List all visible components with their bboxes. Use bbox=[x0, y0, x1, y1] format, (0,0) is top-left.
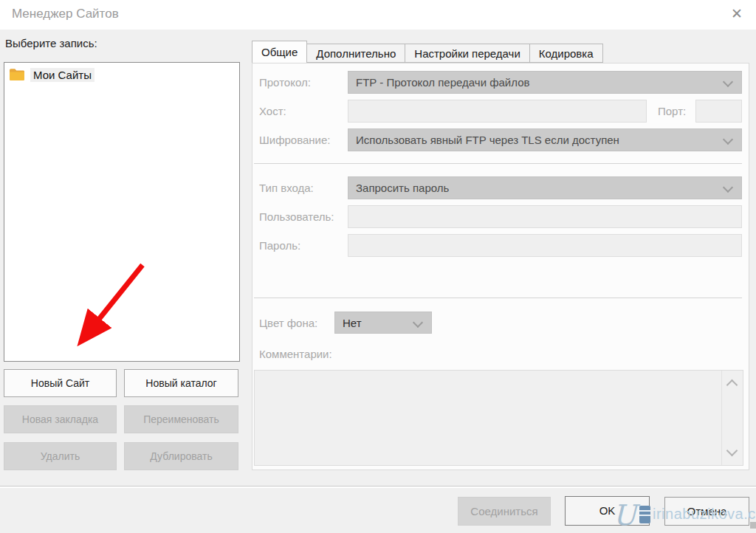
encryption-select: Использовать явный FTP через TLS если до… bbox=[348, 128, 742, 151]
port-label: Порт: bbox=[658, 105, 686, 117]
port-input bbox=[695, 100, 742, 123]
window-title: Менеджер Сайтов bbox=[12, 0, 119, 28]
scroll-down-icon bbox=[726, 445, 738, 457]
cancel-button[interactable]: Отмена bbox=[664, 497, 749, 526]
new-bookmark-button: Новая закладка bbox=[4, 405, 117, 433]
duplicate-button: Дублировать bbox=[124, 442, 238, 470]
tree-item-label: Мои Сайты bbox=[30, 68, 94, 82]
tab-charset[interactable]: Кодировка bbox=[529, 44, 603, 63]
footer-separator bbox=[0, 486, 756, 488]
tab-general[interactable]: Общие bbox=[252, 41, 307, 63]
comments-textarea bbox=[254, 370, 743, 466]
logon-type-label: Тип входа: bbox=[259, 182, 314, 194]
scroll-up-icon bbox=[726, 379, 738, 391]
connect-button: Соединиться bbox=[458, 497, 551, 526]
user-label: Пользователь: bbox=[259, 210, 334, 223]
password-input bbox=[348, 234, 742, 257]
user-input bbox=[348, 205, 742, 228]
select-entry-label: Выберите запись: bbox=[5, 37, 97, 49]
separator bbox=[254, 298, 742, 298]
host-label: Хост: bbox=[259, 105, 286, 117]
site-tree-listbox[interactable]: Мои Сайты bbox=[4, 62, 240, 362]
tab-bar: Общие Дополнительно Настройки передачи К… bbox=[252, 41, 602, 63]
folder-icon bbox=[9, 68, 25, 81]
general-tab-pane: Протокол: FTP - Протокол передачи файлов… bbox=[252, 63, 749, 470]
host-input bbox=[348, 100, 647, 123]
separator bbox=[254, 163, 742, 164]
protocol-select: FTP - Протокол передачи файлов bbox=[348, 71, 742, 94]
logon-type-select: Запросить пароль bbox=[348, 176, 742, 199]
titlebar: Менеджер Сайтов ✕ bbox=[0, 0, 756, 30]
tab-advanced[interactable]: Дополнительно bbox=[306, 44, 405, 63]
bg-color-label: Цвет фона: bbox=[259, 317, 317, 329]
scrollbar-divider bbox=[721, 371, 722, 465]
encryption-label: Шифрование: bbox=[259, 134, 330, 146]
protocol-label: Протокол: bbox=[259, 76, 311, 89]
delete-button: Удалить bbox=[4, 442, 117, 470]
close-icon[interactable]: ✕ bbox=[724, 1, 750, 27]
new-folder-button[interactable]: Новый каталог bbox=[124, 369, 238, 397]
rename-button: Переименовать bbox=[124, 405, 238, 433]
site-manager-dialog: Менеджер Сайтов ✕ Выберите запись: Мои С… bbox=[0, 0, 756, 533]
new-site-button[interactable]: Новый Сайт bbox=[4, 369, 117, 397]
resize-grip bbox=[750, 522, 756, 529]
bg-color-select: Нет bbox=[334, 312, 432, 334]
tree-item-my-sites[interactable]: Мои Сайты bbox=[9, 66, 94, 83]
password-label: Пароль: bbox=[259, 239, 300, 252]
ok-button[interactable]: OK bbox=[565, 496, 650, 526]
tab-transfer-settings[interactable]: Настройки передачи bbox=[405, 44, 530, 63]
comments-label: Комментарии: bbox=[259, 348, 332, 360]
